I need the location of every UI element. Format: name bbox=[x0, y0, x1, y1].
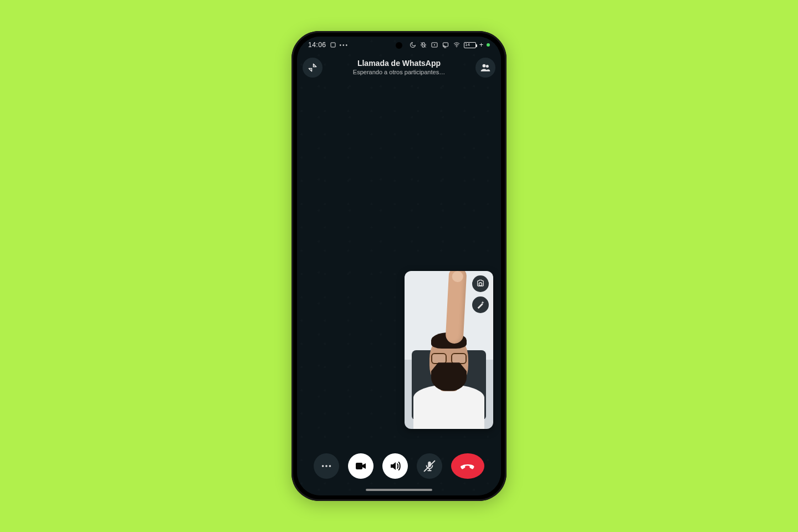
effects-button[interactable] bbox=[472, 296, 489, 313]
phone-frame: 14:06 ••• 14 + Lla bbox=[291, 31, 507, 501]
front-camera-cutout bbox=[396, 42, 402, 49]
call-subtitle: Esperando a otros participantes… bbox=[323, 69, 475, 76]
video-icon bbox=[354, 459, 367, 473]
app-open-icon bbox=[330, 42, 336, 48]
self-video-preview[interactable] bbox=[405, 271, 493, 429]
charging-plus: + bbox=[479, 41, 483, 49]
phone-screen: 14:06 ••• 14 + Lla bbox=[297, 37, 501, 495]
pip-finger bbox=[445, 271, 467, 344]
end-call-button[interactable] bbox=[451, 453, 484, 479]
svg-point-2 bbox=[434, 44, 435, 45]
status-clock: 14:06 bbox=[308, 41, 326, 49]
svg-point-7 bbox=[479, 283, 482, 285]
more-options-button[interactable] bbox=[314, 453, 339, 479]
svg-point-9 bbox=[325, 465, 328, 467]
vowifi-icon bbox=[431, 42, 438, 48]
svg-point-4 bbox=[456, 47, 457, 48]
minimize-icon bbox=[308, 63, 318, 73]
battery-indicator: 14 bbox=[464, 42, 476, 48]
mute-mic-button[interactable] bbox=[417, 453, 442, 479]
mic-muted-icon bbox=[423, 460, 436, 472]
switch-camera-button[interactable] bbox=[472, 275, 489, 292]
svg-point-10 bbox=[329, 465, 331, 467]
call-app-bar: Llamada de WhatsApp Esperando a otros pa… bbox=[297, 54, 501, 81]
pip-shirt bbox=[413, 385, 484, 429]
cast-icon bbox=[442, 42, 449, 48]
svg-point-6 bbox=[486, 65, 489, 68]
more-horizontal-icon bbox=[320, 460, 332, 472]
call-action-row bbox=[297, 453, 501, 479]
svg-rect-3 bbox=[443, 43, 448, 47]
svg-point-8 bbox=[322, 465, 324, 467]
participants-icon bbox=[480, 62, 491, 73]
minimize-button[interactable] bbox=[303, 58, 323, 78]
pip-glasses bbox=[431, 353, 467, 364]
call-title: Llamada de WhatsApp bbox=[323, 59, 475, 69]
phone-hangup-icon bbox=[459, 458, 476, 474]
wifi-icon bbox=[453, 42, 461, 48]
participants-button[interactable] bbox=[475, 58, 495, 78]
privacy-dot-icon bbox=[487, 43, 490, 47]
svg-rect-0 bbox=[331, 43, 335, 47]
ellipsis-icon: ••• bbox=[340, 42, 349, 48]
moon-icon bbox=[410, 42, 416, 48]
gesture-nav-indicator[interactable] bbox=[366, 489, 432, 491]
speaker-icon bbox=[388, 459, 402, 473]
call-titles: Llamada de WhatsApp Esperando a otros pa… bbox=[323, 59, 475, 76]
svg-rect-12 bbox=[428, 462, 431, 467]
speaker-button[interactable] bbox=[382, 453, 408, 479]
svg-rect-11 bbox=[356, 463, 362, 469]
vibrate-off-icon bbox=[420, 42, 427, 48]
svg-point-5 bbox=[483, 64, 486, 68]
magic-wand-icon bbox=[476, 300, 485, 309]
switch-camera-icon bbox=[476, 279, 485, 288]
pip-beard bbox=[431, 362, 467, 391]
toggle-video-button[interactable] bbox=[348, 453, 374, 479]
